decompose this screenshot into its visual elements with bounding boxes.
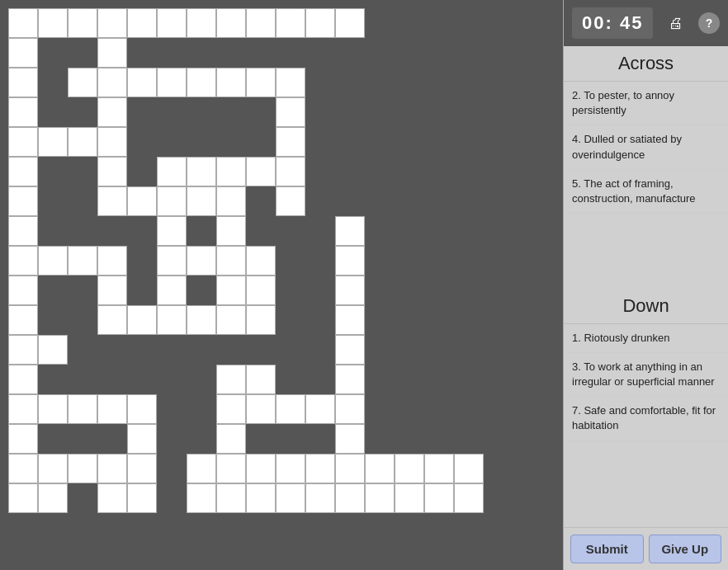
grid-cell-13-4[interactable]	[127, 394, 157, 424]
grid-cell-5-6[interactable]	[187, 157, 216, 186]
grid-cell-10-4[interactable]	[127, 305, 157, 335]
grid-cell-6-4[interactable]	[127, 186, 157, 216]
grid-cell-0-2[interactable]	[68, 8, 97, 38]
grid-cell-15-1[interactable]	[38, 454, 68, 483]
grid-cell-7-0[interactable]	[8, 216, 38, 246]
grid-cell-14-0[interactable]	[8, 424, 38, 454]
grid-cell-10-3[interactable]	[97, 305, 127, 335]
down-clue-3[interactable]: 3. To work at anything in an irregular o…	[564, 353, 728, 397]
grid-cell-15-14[interactable]	[424, 454, 454, 483]
grid-cell-15-9[interactable]	[276, 454, 305, 483]
grid-cell-16-6[interactable]	[187, 483, 216, 513]
grid-cell-8-5[interactable]	[157, 246, 187, 276]
grid-cell-4-1[interactable]	[38, 127, 68, 157]
grid-cell-13-8[interactable]	[246, 394, 276, 424]
grid-cell-16-3[interactable]	[97, 483, 127, 513]
grid-cell-12-7[interactable]	[216, 365, 246, 394]
grid-cell-2-6[interactable]	[187, 68, 216, 97]
grid-cell-16-1[interactable]	[38, 483, 68, 513]
grid-cell-15-4[interactable]	[127, 454, 157, 483]
grid-cell-3-3[interactable]	[97, 97, 127, 127]
grid-cell-7-11[interactable]	[335, 216, 365, 246]
grid-cell-9-7[interactable]	[216, 276, 246, 305]
grid-cell-4-2[interactable]	[68, 127, 97, 157]
grid-cell-15-6[interactable]	[187, 454, 216, 483]
grid-cell-16-4[interactable]	[127, 483, 157, 513]
grid-cell-15-11[interactable]	[335, 454, 365, 483]
help-icon[interactable]: ?	[698, 12, 720, 34]
grid-cell-0-0[interactable]	[8, 8, 38, 38]
grid-cell-2-5[interactable]	[157, 68, 187, 97]
grid-cell-15-12[interactable]	[365, 454, 395, 483]
give-up-button[interactable]: Give Up	[649, 535, 722, 563]
grid-cell-10-0[interactable]	[8, 305, 38, 335]
grid-cell-0-6[interactable]	[187, 8, 216, 38]
grid-cell-8-11[interactable]	[335, 246, 365, 276]
grid-cell-11-1[interactable]	[38, 335, 68, 365]
grid-cell-8-0[interactable]	[8, 246, 38, 276]
grid-cell-15-10[interactable]	[305, 454, 335, 483]
grid-cell-3-0[interactable]	[8, 97, 38, 127]
grid-cell-10-6[interactable]	[187, 305, 216, 335]
grid-cell-15-2[interactable]	[68, 454, 97, 483]
submit-button[interactable]: Submit	[570, 535, 644, 563]
grid-cell-9-8[interactable]	[246, 276, 276, 305]
grid-cell-6-5[interactable]	[157, 186, 187, 216]
grid-cell-5-7[interactable]	[216, 157, 246, 186]
grid-cell-2-9[interactable]	[276, 68, 305, 97]
grid-cell-0-3[interactable]	[97, 8, 127, 38]
grid-cell-6-7[interactable]	[216, 186, 246, 216]
grid-cell-1-0[interactable]	[8, 38, 38, 68]
grid-cell-13-3[interactable]	[97, 394, 127, 424]
grid-cell-13-1[interactable]	[38, 394, 68, 424]
grid-cell-2-4[interactable]	[127, 68, 157, 97]
grid-cell-12-11[interactable]	[335, 365, 365, 394]
down-clue-7[interactable]: 7. Safe and comfortable, fit for habitat…	[564, 397, 728, 440]
grid-cell-5-8[interactable]	[246, 157, 276, 186]
grid-cell-9-11[interactable]	[335, 276, 365, 305]
grid-cell-13-0[interactable]	[8, 394, 38, 424]
grid-cell-16-11[interactable]	[335, 483, 365, 513]
down-clue-1[interactable]: 1. Riotously drunken	[564, 324, 728, 353]
grid-cell-7-7[interactable]	[216, 216, 246, 246]
grid-cell-6-6[interactable]	[187, 186, 216, 216]
grid-cell-15-0[interactable]	[8, 454, 38, 483]
grid-cell-2-2[interactable]	[68, 68, 97, 97]
grid-cell-4-0[interactable]	[8, 127, 38, 157]
grid-cell-8-8[interactable]	[246, 246, 276, 276]
grid-cell-8-6[interactable]	[187, 246, 216, 276]
grid-cell-10-11[interactable]	[335, 305, 365, 335]
grid-cell-0-7[interactable]	[216, 8, 246, 38]
grid-cell-15-13[interactable]	[395, 454, 424, 483]
grid-cell-8-1[interactable]	[38, 246, 68, 276]
grid-cell-2-8[interactable]	[246, 68, 276, 97]
grid-cell-15-8[interactable]	[246, 454, 276, 483]
grid-cell-13-11[interactable]	[335, 394, 365, 424]
grid-cell-6-9[interactable]	[276, 186, 305, 216]
across-clue-4[interactable]: 4. Dulled or satiated by overindulgence	[564, 125, 728, 169]
grid-cell-11-0[interactable]	[8, 335, 38, 365]
grid-cell-10-7[interactable]	[216, 305, 246, 335]
grid-cell-5-5[interactable]	[157, 157, 187, 186]
grid-cell-13-10[interactable]	[305, 394, 335, 424]
grid-cell-16-14[interactable]	[424, 483, 454, 513]
grid-cell-13-9[interactable]	[276, 394, 305, 424]
grid-cell-2-3[interactable]	[97, 68, 127, 97]
grid-cell-9-3[interactable]	[97, 276, 127, 305]
grid-cell-13-2[interactable]	[68, 394, 97, 424]
grid-cell-16-15[interactable]	[454, 483, 484, 513]
grid-cell-9-5[interactable]	[157, 276, 187, 305]
grid-cell-16-10[interactable]	[305, 483, 335, 513]
grid-cell-5-0[interactable]	[8, 157, 38, 186]
grid-cell-12-0[interactable]	[8, 365, 38, 394]
grid-cell-14-7[interactable]	[216, 424, 246, 454]
grid-cell-8-7[interactable]	[216, 246, 246, 276]
grid-cell-15-3[interactable]	[97, 454, 127, 483]
grid-cell-8-2[interactable]	[68, 246, 97, 276]
grid-cell-16-7[interactable]	[216, 483, 246, 513]
grid-cell-13-7[interactable]	[216, 394, 246, 424]
grid-cell-15-7[interactable]	[216, 454, 246, 483]
print-icon[interactable]: 🖨	[665, 12, 687, 35]
grid-cell-5-3[interactable]	[97, 157, 127, 186]
grid-cell-2-0[interactable]	[8, 68, 38, 97]
